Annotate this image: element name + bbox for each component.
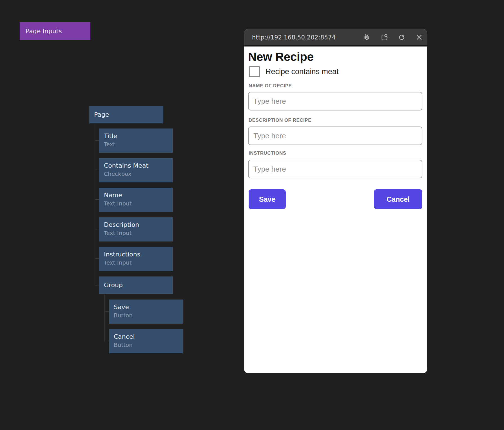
tree-node-label: Page <box>94 111 109 118</box>
tree-connector-line <box>104 294 105 342</box>
tree-connector-tick <box>95 199 99 200</box>
refresh-icon[interactable] <box>398 33 406 41</box>
preview-window: http://192.168.50.202:8574 <box>244 29 427 374</box>
tree-node-type: Button <box>114 312 178 319</box>
name-input[interactable] <box>248 92 422 110</box>
titlebar-icons <box>363 33 423 41</box>
tree-node-label: Save <box>114 303 178 311</box>
tree-node-label: Cancel <box>114 333 178 340</box>
tree-node-name[interactable]: Name Text Input <box>99 188 173 212</box>
tree-node-page[interactable]: Page <box>89 106 163 123</box>
tree-node-instructions[interactable]: Instructions Text Input <box>99 247 173 271</box>
description-input[interactable] <box>248 127 422 145</box>
tree-connector-tick <box>95 140 99 141</box>
tree-connector-line <box>95 124 95 285</box>
preview-titlebar: http://192.168.50.202:8574 <box>244 29 427 46</box>
tree-connector-tick <box>104 341 109 341</box>
tree-node-label: Title <box>104 132 168 140</box>
tree-node-type: Text Input <box>104 200 168 207</box>
page-inputs-badge[interactable]: Page Inputs <box>20 22 90 40</box>
tree-node-group[interactable]: Group <box>99 276 173 294</box>
tree-node-label: Name <box>104 192 168 199</box>
description-field-label: DESCRIPTION OF RECIPE <box>249 118 311 123</box>
tree-node-label: Group <box>104 282 123 289</box>
instructions-field-label: INSTRUCTIONS <box>249 150 286 156</box>
contains-meat-checkbox[interactable] <box>249 66 260 77</box>
preview-content: New Recipe Recipe contains meat NAME OF … <box>244 46 427 373</box>
tree-connector-tick <box>104 311 109 312</box>
tree-node-label: Description <box>104 221 168 229</box>
url-text: http://192.168.50.202:8574 <box>252 34 336 41</box>
page-inputs-label: Page Inputs <box>26 28 62 35</box>
checkbox-label: Recipe contains meat <box>266 67 339 76</box>
tree-node-type: Checkbox <box>104 170 168 177</box>
bug-icon[interactable] <box>363 33 371 41</box>
tree-node-label: Instructions <box>104 251 168 258</box>
tree-node-title[interactable]: Title Text <box>99 128 173 153</box>
tree-connector-tick <box>95 285 99 285</box>
tree-node-save[interactable]: Save Button <box>109 300 183 324</box>
checkbox-row: Recipe contains meat <box>249 66 339 77</box>
name-field-label: NAME OF RECIPE <box>249 83 292 89</box>
tree-connector-tick <box>95 170 99 170</box>
cancel-button[interactable]: Cancel <box>374 189 422 209</box>
tree-node-type: Text Input <box>104 259 168 266</box>
tree-node-type: Button <box>114 342 178 348</box>
tree-node-description[interactable]: Description Text Input <box>99 217 173 241</box>
inspect-preview-icon[interactable] <box>380 33 388 41</box>
tree-node-label: Contains Meat <box>104 162 168 169</box>
tree-node-type: Text Input <box>104 230 168 236</box>
tree-node-contains-meat[interactable]: Contains Meat Checkbox <box>99 158 173 182</box>
close-icon[interactable] <box>415 33 423 41</box>
tree-node-cancel[interactable]: Cancel Button <box>109 329 183 353</box>
instructions-input[interactable] <box>248 160 422 178</box>
page-title: New Recipe <box>248 50 314 64</box>
tree-connector-tick <box>95 258 99 259</box>
tree-connector-tick <box>95 229 99 229</box>
save-button[interactable]: Save <box>249 189 286 209</box>
tree-node-type: Text <box>104 141 168 148</box>
